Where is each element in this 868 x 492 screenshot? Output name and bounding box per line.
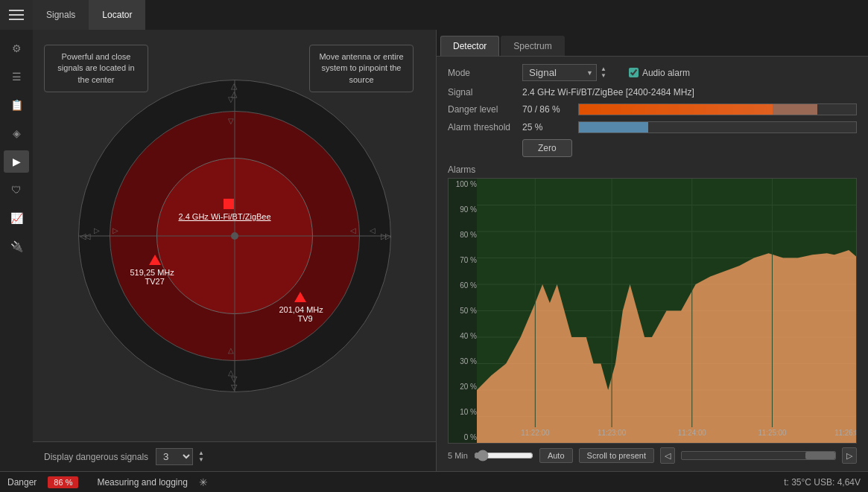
threshold-bar-fill bbox=[579, 122, 648, 132]
chart-next-button[interactable]: ▷ bbox=[842, 447, 857, 464]
danger-count-select[interactable]: 3 5 10 bbox=[156, 448, 193, 465]
y-label-10: 10 % bbox=[450, 408, 477, 416]
auto-button[interactable]: Auto bbox=[539, 448, 573, 463]
danger-status-label: Danger bbox=[7, 477, 37, 488]
sidebar-icon-plug[interactable]: 🔌 bbox=[4, 235, 29, 258]
arrow-right-1: ◁ bbox=[370, 226, 376, 234]
y-label-60: 60 % bbox=[450, 281, 477, 290]
status-bar: Danger 86 % Measuring and logging ✳ t: 3… bbox=[0, 471, 868, 492]
detector-tabs: Detector Spectrum bbox=[437, 30, 868, 57]
danger-percent-badge: 86 % bbox=[48, 476, 78, 488]
svg-text:11:22:00: 11:22:00 bbox=[521, 428, 549, 436]
arrow-bottom-1: △ bbox=[228, 368, 234, 377]
measuring-label: Measuring and logging bbox=[97, 477, 187, 488]
zero-button[interactable]: Zero bbox=[522, 139, 572, 157]
svg-text:11:24:00: 11:24:00 bbox=[678, 428, 706, 436]
svg-text:11:23:00: 11:23:00 bbox=[598, 428, 626, 436]
sidebar-icon-signal[interactable]: ◈ bbox=[4, 122, 29, 144]
menu-button[interactable] bbox=[0, 0, 33, 30]
count-spinner[interactable]: ▲ ▼ bbox=[198, 450, 204, 464]
arrow-top-2: ▽ bbox=[228, 117, 234, 125]
time-range-slider[interactable] bbox=[474, 450, 533, 461]
chart-scrollbar[interactable] bbox=[681, 451, 836, 460]
sidebar-icon-doc[interactable]: 📋 bbox=[4, 94, 29, 116]
scroll-to-present-button[interactable]: Scroll to present bbox=[579, 448, 654, 463]
y-label-30: 30 % bbox=[450, 357, 477, 365]
danger-bar-fill bbox=[579, 104, 773, 115]
sidebar-icon-chart[interactable]: 📈 bbox=[4, 207, 29, 229]
svg-text:11:25:00: 11:25:00 bbox=[758, 428, 786, 436]
sidebar-icon-list[interactable]: ☰ bbox=[4, 66, 29, 88]
danger-bar-extra bbox=[773, 104, 817, 115]
mode-select[interactable]: Signal Manual bbox=[522, 64, 597, 81]
threshold-value: 25 % bbox=[522, 122, 571, 132]
signal-tv9-icon bbox=[294, 292, 306, 302]
locator-bottom: Display dangerous signals 3 5 10 ▲ ▼ bbox=[33, 441, 436, 471]
chart-area: 100 % 90 % 80 % 70 % 60 % 50 % 40 % 30 %… bbox=[448, 178, 857, 444]
chart-bottom-controls: 5 Min Auto Scroll to present ◁ ▷ bbox=[448, 444, 857, 467]
arrows-right: ▷▷ bbox=[381, 231, 390, 240]
audio-alarm-checkbox[interactable] bbox=[629, 68, 639, 77]
detector-panel: Detector Spectrum Mode Signal Manual ▲ ▼ bbox=[436, 30, 868, 471]
danger-bar bbox=[578, 103, 857, 115]
count-down[interactable]: ▼ bbox=[198, 457, 204, 464]
sidebar: ⚙ ☰ 📋 ◈ ▶ 🛡 📈 🔌 bbox=[0, 30, 33, 471]
arrow-bottom-2: △ bbox=[228, 346, 234, 354]
temp-usb-label: t: 35°C USB: 4,64V bbox=[784, 477, 861, 488]
y-label-40: 40 % bbox=[450, 332, 477, 340]
detector-controls: Mode Signal Manual ▲ ▼ Audio alarm bbox=[437, 57, 868, 164]
y-label-100: 100 % bbox=[450, 180, 477, 188]
signal-row: Signal 2.4 GHz Wi-Fi/BT/ZigBee [2400-248… bbox=[448, 87, 857, 98]
signal-tv9-label2: TV9 bbox=[298, 314, 313, 323]
main-content: ⚙ ☰ 📋 ◈ ▶ 🛡 📈 🔌 Powerful and close signa… bbox=[0, 30, 868, 471]
radar: ◁◁ ▷▷ △△ ▽▽ ▽ ▽ △ △ ▷ ▷ ◁ ◁ 519,25 bbox=[78, 80, 391, 392]
sidebar-icon-gear[interactable]: ⚙ bbox=[4, 37, 29, 60]
signal-value: 2.4 GHz Wi-Fi/BT/ZigBee [2400-2484 MHz] bbox=[522, 87, 694, 98]
mode-label: Mode bbox=[448, 68, 515, 78]
danger-label: Danger level bbox=[448, 104, 515, 115]
tab-signals[interactable]: Signals bbox=[33, 0, 89, 30]
display-dangerous-label: Display dangerous signals bbox=[44, 452, 148, 462]
arrow-right-2: ◁ bbox=[350, 226, 356, 234]
signal-wifi-icon bbox=[224, 199, 234, 209]
signal-wifi-label: 2.4 GHz Wi-Fi/BT/ZigBee bbox=[179, 212, 271, 221]
spinner-icon: ✳ bbox=[199, 476, 208, 488]
sidebar-icon-shield[interactable]: 🛡 bbox=[4, 179, 29, 201]
svg-text:11:26:00: 11:26:00 bbox=[834, 428, 856, 436]
locator-panel: Powerful and close signals are located i… bbox=[33, 30, 436, 471]
signal-label: Signal bbox=[448, 87, 515, 98]
y-label-0: 0 % bbox=[450, 433, 477, 441]
chart-prev-button[interactable]: ◁ bbox=[660, 447, 675, 464]
sidebar-icon-play[interactable]: ▶ bbox=[4, 150, 29, 173]
zero-row: Zero bbox=[448, 139, 857, 157]
chart-scrollbar-thumb[interactable] bbox=[805, 452, 835, 459]
danger-value: 70 / 86 % bbox=[522, 104, 571, 115]
threshold-bar bbox=[578, 121, 857, 133]
audio-alarm-label: Audio alarm bbox=[642, 68, 690, 78]
top-bar: Signals Locator bbox=[0, 0, 868, 30]
threshold-label: Alarm threshold bbox=[448, 122, 515, 132]
tab-locator[interactable]: Locator bbox=[89, 0, 145, 30]
chart-y-labels: 100 % 90 % 80 % 70 % 60 % 50 % 40 % 30 %… bbox=[449, 179, 477, 443]
arrows-bottom: ▽▽ bbox=[229, 374, 239, 391]
y-label-90: 90 % bbox=[450, 205, 477, 214]
audio-alarm-row: Audio alarm bbox=[629, 68, 690, 78]
danger-level-row: Danger level 70 / 86 % bbox=[448, 103, 857, 115]
mode-down[interactable]: ▼ bbox=[601, 73, 606, 80]
mode-select-wrapper[interactable]: Signal Manual bbox=[522, 64, 597, 81]
locator-content: Powerful and close signals are located i… bbox=[33, 30, 436, 441]
arrows-left: ◁◁ bbox=[80, 231, 89, 240]
chart-svg: 11:22:00 11:23:00 11:24:00 11:25:00 11:2… bbox=[477, 179, 856, 443]
radar-center bbox=[231, 232, 238, 240]
tab-detector[interactable]: Detector bbox=[440, 36, 499, 56]
mode-spinner[interactable]: ▲ ▼ bbox=[601, 66, 606, 80]
alarms-section: Alarms 100 % 90 % 80 % 70 % 60 % 50 % 40… bbox=[437, 164, 868, 471]
y-label-70: 70 % bbox=[450, 256, 477, 264]
time-range-label: 5 Min bbox=[448, 451, 468, 460]
tab-spectrum[interactable]: Spectrum bbox=[501, 36, 564, 56]
arrow-top-1: ▽ bbox=[228, 95, 234, 103]
arrow-left-2: ▷ bbox=[113, 226, 118, 234]
alarms-label: Alarms bbox=[448, 164, 857, 175]
signal-tv27-label2: TV27 bbox=[145, 277, 165, 286]
y-label-50: 50 % bbox=[450, 307, 477, 315]
